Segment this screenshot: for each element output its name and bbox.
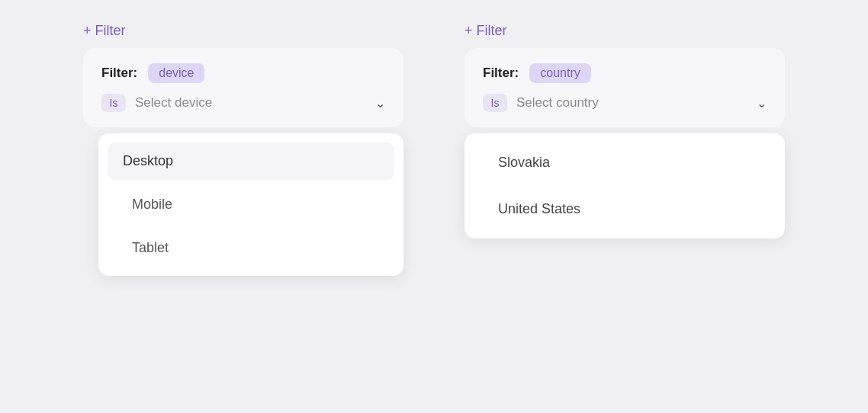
left-select-placeholder: Select device — [135, 95, 212, 110]
right-filter-header: Filter: country — [483, 63, 767, 83]
right-dropdown-item-united-states[interactable]: United States — [465, 186, 785, 232]
right-dropdown-menu: Slovakia United States — [465, 133, 785, 239]
right-dropdown-item-slovakia[interactable]: Slovakia — [465, 139, 785, 186]
left-chevron-down-icon: ⌄ — [375, 96, 385, 110]
left-filter-tag: device — [148, 63, 204, 83]
right-filter-select-row: Is Select country ⌄ — [483, 94, 767, 112]
right-filter-section: + Filter Filter: country Is Select count… — [465, 23, 785, 239]
right-select-placeholder: Select country — [516, 95, 599, 110]
left-filter-header: Filter: device — [101, 63, 385, 83]
right-filter-tag: country — [529, 63, 590, 83]
right-add-filter-button[interactable]: + Filter — [465, 23, 785, 42]
right-is-badge: Is — [483, 94, 507, 112]
left-filter-select-row: Is Select device ⌄ — [101, 94, 385, 112]
right-chevron-down-icon: ⌄ — [757, 96, 767, 110]
left-filter-card: Filter: device Is Select device ⌄ — [83, 48, 403, 127]
left-dropdown-item-mobile[interactable]: Mobile — [98, 183, 403, 226]
left-dropdown-item-tablet[interactable]: Tablet — [98, 226, 403, 270]
left-dropdown-menu: Desktop Mobile Tablet — [98, 133, 403, 276]
right-filter-card: Filter: country Is Select country ⌄ — [465, 48, 785, 127]
right-select-dropdown[interactable]: Select country ⌄ — [516, 95, 767, 110]
left-add-filter-button[interactable]: + Filter — [83, 23, 403, 42]
left-select-dropdown[interactable]: Select device ⌄ — [135, 95, 385, 110]
right-filter-label: Filter: — [483, 66, 519, 81]
left-filter-label: Filter: — [101, 66, 137, 81]
left-is-badge: Is — [101, 94, 126, 112]
left-filter-section: + Filter Filter: device Is Select device… — [83, 23, 403, 276]
left-dropdown-item-desktop[interactable]: Desktop — [108, 142, 394, 180]
